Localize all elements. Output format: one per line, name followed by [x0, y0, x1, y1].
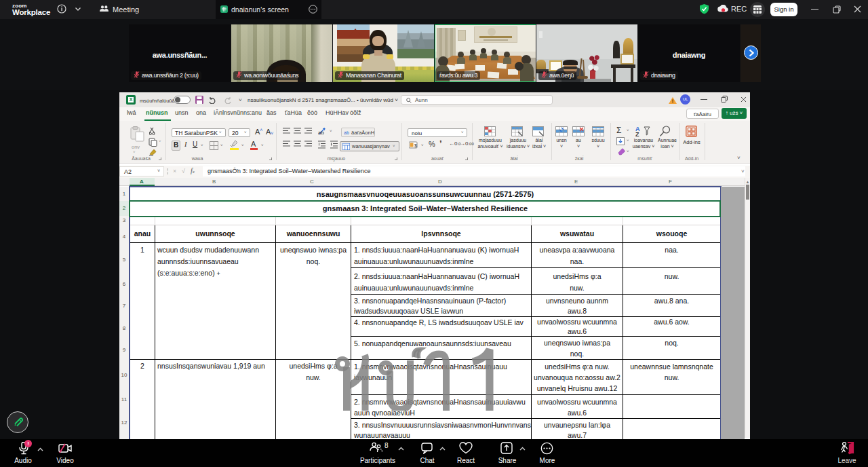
svg-text:ab: ab: [318, 130, 324, 136]
svg-text:$: $: [414, 143, 417, 148]
svg-text:Z: Z: [635, 131, 639, 136]
svg-text:ab: ab: [344, 130, 349, 135]
